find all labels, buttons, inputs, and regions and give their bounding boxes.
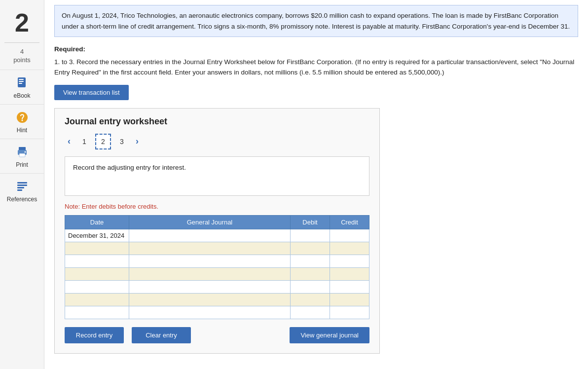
credit-input-5[interactable] [330,281,369,293]
journal-cell-2[interactable] [129,242,291,255]
svg-rect-1 [19,79,24,80]
sidebar-item-print[interactable]: Print [0,139,44,173]
credit-input-1[interactable] [330,229,369,242]
debit-input-7[interactable] [291,306,330,319]
date-cell-2 [65,242,129,255]
svg-rect-11 [17,184,27,186]
journal-cell-3[interactable] [129,255,291,267]
credit-cell-2[interactable] [330,242,369,255]
credit-cell-1[interactable] [330,229,369,242]
date-cell-3 [65,255,129,267]
debit-input-2[interactable] [291,242,330,255]
worksheet-title: Journal entry worksheet [65,116,369,127]
next-page-button[interactable]: › [133,135,142,148]
problem-text: On August 1, 2024, Trico Technologies, a… [54,5,578,37]
journal-cell-4[interactable] [129,267,291,280]
clear-entry-button[interactable]: Clear entry [132,327,191,343]
table-row [65,280,369,293]
col-header-debit: Debit [291,215,330,229]
table-row [65,242,369,255]
debit-cell-6[interactable] [291,293,330,306]
journal-input-5[interactable] [129,281,290,293]
svg-rect-12 [17,187,24,188]
required-section: Required: 1. to 3. Record the necessary … [54,44,578,78]
debit-cell-1[interactable] [291,229,330,242]
page-2-button[interactable]: 2 [95,134,111,149]
hint-icon [14,110,30,125]
instruction-box: Record the adjusting entry for interest. [65,156,369,196]
journal-table: Date General Journal Debit Credit Decemb… [65,215,369,319]
debit-cell-2[interactable] [291,242,330,255]
hint-label: Hint [17,127,27,134]
debit-cell-3[interactable] [291,255,330,267]
required-body: 1. to 3. Record the necessary entries in… [54,57,578,78]
debit-cell-7[interactable] [291,306,330,319]
journal-cell-5[interactable] [129,280,291,293]
journal-input-3[interactable] [129,255,290,267]
svg-rect-2 [19,81,24,82]
svg-point-4 [17,112,28,123]
references-label: References [7,196,37,203]
credit-input-4[interactable] [330,268,369,280]
note-text: Note: Enter debits before credits. [65,203,369,210]
sidebar-item-ebook[interactable]: eBook [0,70,44,104]
debit-input-4[interactable] [291,268,330,280]
credit-cell-7[interactable] [330,306,369,319]
main-content: On August 1, 2024, Trico Technologies, a… [44,0,588,369]
references-icon [14,179,30,194]
view-general-journal-button[interactable]: View general journal [290,327,369,343]
points-value: 4 [20,48,24,55]
journal-input-6[interactable] [129,294,290,306]
credit-cell-3[interactable] [330,255,369,267]
prev-page-button[interactable]: ‹ [65,135,74,148]
journal-cell-6[interactable] [129,293,291,306]
debit-input-3[interactable] [291,255,330,267]
journal-input-7[interactable] [129,306,290,319]
view-transaction-button[interactable]: View transaction list [54,85,129,100]
worksheet-container: Journal entry worksheet ‹ 1 2 3 › Record… [54,108,380,354]
debit-input-6[interactable] [291,294,330,306]
credit-input-2[interactable] [330,242,369,255]
journal-input-2[interactable] [129,242,290,255]
date-value-1: December 31, 2024 [68,232,124,239]
journal-input-1[interactable] [129,229,290,242]
credit-cell-6[interactable] [330,293,369,306]
print-label: Print [16,161,28,168]
debit-input-1[interactable] [291,229,330,242]
table-row [65,255,369,267]
problem-body: On August 1, 2024, Trico Technologies, a… [62,12,570,30]
points-text: points [13,56,31,64]
credit-cell-4[interactable] [330,267,369,280]
sidebar-item-hint[interactable]: Hint [0,104,44,139]
page-3-button[interactable]: 3 [114,134,130,149]
journal-cell-1[interactable] [129,229,291,242]
svg-rect-8 [19,153,25,157]
credit-input-3[interactable] [330,255,369,267]
svg-point-5 [21,119,23,121]
button-row: Record entry Clear entry View general jo… [65,327,369,343]
date-cell-5 [65,280,129,293]
credit-input-6[interactable] [330,294,369,306]
sidebar-divider [4,42,39,43]
journal-cell-7[interactable] [129,306,291,319]
credit-cell-5[interactable] [330,280,369,293]
page-1-button[interactable]: 1 [76,134,92,149]
sidebar-item-references[interactable]: References [0,173,44,208]
svg-rect-3 [19,83,22,84]
svg-rect-13 [17,189,22,191]
date-cell-6 [65,293,129,306]
col-header-journal: General Journal [129,215,291,229]
points-label: 4 points [13,46,31,70]
journal-input-4[interactable] [129,268,290,280]
instruction-text-prefix: Record the adjusting entry for interest. [73,164,186,171]
date-cell-7 [65,306,129,319]
svg-rect-10 [17,182,27,184]
debit-cell-4[interactable] [291,267,330,280]
book-icon [14,75,30,91]
pagination: ‹ 1 2 3 › [65,134,369,149]
credit-input-7[interactable] [330,306,369,319]
table-row: December 31, 2024 [65,229,369,242]
record-entry-button[interactable]: Record entry [65,327,124,343]
debit-cell-5[interactable] [291,280,330,293]
debit-input-5[interactable] [291,281,330,293]
